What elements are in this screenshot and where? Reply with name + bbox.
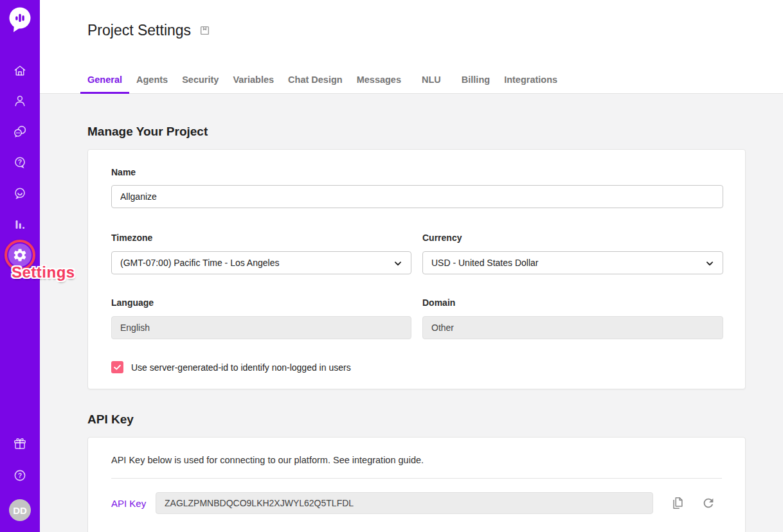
language-field-disabled: English [111, 316, 411, 339]
page-title: Project Settings [87, 22, 191, 39]
tab-agents[interactable]: Agents [129, 75, 175, 94]
help-icon[interactable]: ? [12, 468, 28, 483]
faq-icon[interactable]: ? [12, 155, 28, 170]
svg-text:?: ? [18, 472, 22, 479]
tab-nlu[interactable]: NLU [415, 75, 448, 94]
api-key-card: API Key below is used for connecting to … [87, 437, 746, 532]
server-id-checkbox-row[interactable]: Use server-generated-id to identify non-… [111, 361, 351, 373]
chevron-down-icon [704, 258, 716, 271]
tab-integrations[interactable]: Integrations [497, 75, 564, 94]
tab-chat-design[interactable]: Chat Design [281, 75, 350, 94]
name-input[interactable] [111, 185, 723, 208]
checkbox-checked-icon[interactable] [111, 361, 123, 373]
tab-billing[interactable]: Billing [455, 75, 497, 94]
svg-text:?: ? [18, 158, 22, 166]
language-value: English [120, 323, 150, 333]
domain-value: Other [431, 323, 454, 333]
timezone-value: (GMT-07:00) Pacific Time - Los Angeles [120, 258, 279, 268]
brand-logo-icon[interactable] [6, 6, 33, 34]
divider [111, 478, 722, 479]
currency-select[interactable]: USD - United States Dollar [422, 251, 723, 274]
user-avatar[interactable]: DD [9, 499, 31, 521]
settings-gear-icon[interactable] [12, 247, 28, 263]
page-header: Project Settings General Agents Security… [40, 0, 783, 94]
server-id-checkbox-label: Use server-generated-id to identify non-… [131, 362, 351, 373]
language-label: Language [111, 297, 154, 308]
domain-field-disabled: Other [422, 316, 723, 339]
settings-tabs: General Agents Security Variables Chat D… [80, 75, 564, 94]
users-icon[interactable] [12, 93, 28, 109]
conversations-icon[interactable] [12, 124, 28, 139]
tab-general[interactable]: General [80, 75, 129, 94]
tab-messages[interactable]: Messages [350, 75, 408, 94]
api-key-heading: API Key [87, 412, 134, 427]
timezone-select[interactable]: (GMT-07:00) Pacific Time - Los Angeles [111, 251, 411, 274]
gift-icon[interactable] [12, 436, 28, 452]
feedback-icon[interactable] [12, 186, 28, 201]
analytics-icon[interactable] [12, 217, 28, 232]
currency-label: Currency [422, 233, 462, 243]
sidebar: ? ? [0, 0, 40, 532]
domain-label: Domain [422, 297, 455, 308]
api-key-description: API Key below is used for connecting to … [111, 455, 424, 465]
currency-value: USD - United States Dollar [431, 258, 539, 268]
refresh-icon[interactable] [701, 496, 716, 510]
home-icon[interactable] [12, 63, 28, 78]
name-label: Name [111, 167, 136, 177]
chevron-down-icon [392, 258, 404, 271]
bookmark-icon[interactable] [199, 25, 210, 39]
tab-variables[interactable]: Variables [226, 75, 281, 94]
main-content: Manage Your Project Name Timezone (GMT-0… [40, 94, 783, 532]
timezone-label: Timezone [111, 233, 152, 243]
manage-project-heading: Manage Your Project [87, 125, 208, 139]
api-key-field-label[interactable]: API Key [111, 498, 156, 509]
tab-security[interactable]: Security [175, 75, 226, 94]
api-key-value-field[interactable] [156, 492, 653, 514]
manage-project-card: Name Timezone (GMT-07:00) Pacific Time -… [87, 149, 746, 389]
copy-icon[interactable] [670, 496, 685, 510]
